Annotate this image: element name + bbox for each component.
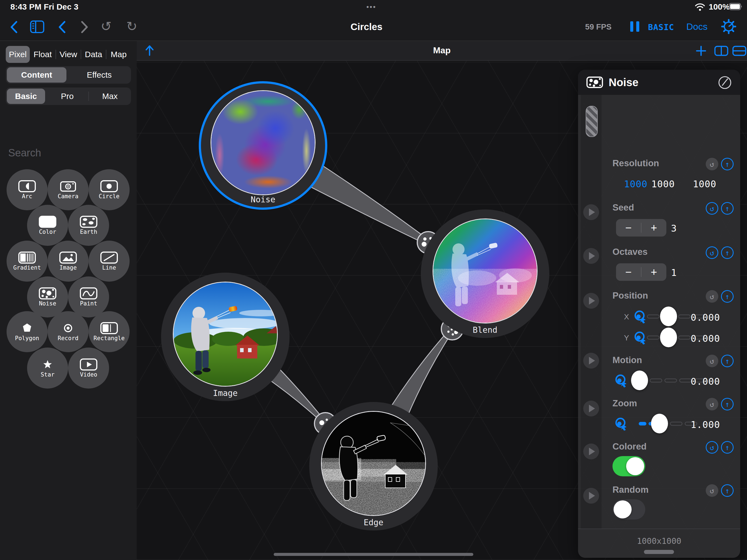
canvas-node-noise[interactable]: Noise (199, 81, 327, 210)
seed-stepper[interactable]: − + (616, 219, 666, 236)
tab-map[interactable]: Map (106, 46, 131, 63)
pause-button[interactable] (630, 21, 639, 32)
sidebar-toggle-icon[interactable] (29, 20, 45, 34)
resolution-value-3[interactable]: 1000 (693, 179, 716, 189)
map-header: Map (137, 41, 747, 61)
seed-revert-icon[interactable]: ↺ (706, 202, 718, 215)
play-zoom-button[interactable] (583, 401, 599, 416)
search-input[interactable]: Search (8, 147, 41, 159)
slider-dash (647, 314, 660, 319)
home-indicator[interactable] (274, 553, 473, 556)
library-node-circle[interactable]: Circle (88, 169, 130, 210)
position-y-label: Y (624, 334, 629, 342)
library-node-video[interactable]: Video (68, 348, 109, 388)
resolution-value-2[interactable]: 1000 (651, 179, 675, 189)
position-label: Position (613, 290, 648, 301)
library-node-polygon[interactable]: Polygon (6, 311, 48, 352)
status-ellipsis[interactable]: ••• (366, 3, 376, 11)
blend-preview (433, 219, 538, 324)
edit-disabled-icon[interactable] (718, 76, 732, 90)
zoom-slider[interactable] (651, 414, 668, 433)
docs-button[interactable]: Docs (686, 21, 707, 32)
motion-slider[interactable] (631, 371, 648, 390)
library-node-star[interactable]: Star (27, 348, 68, 388)
tab-pro[interactable]: Pro (46, 88, 88, 104)
tab-data[interactable]: Data (81, 46, 106, 63)
play-octaves-button[interactable] (583, 248, 599, 264)
line-icon (100, 251, 118, 264)
panel-resize-handle[interactable] (644, 550, 674, 554)
zoom-label: Zoom (613, 398, 637, 408)
canvas-node-image[interactable]: Image (161, 273, 289, 401)
library-node-camera[interactable]: Camera (48, 169, 88, 210)
library-node-rectangle[interactable]: Rectangle (88, 311, 130, 352)
octaves-stepper[interactable]: − + (616, 263, 666, 281)
noise-preview (210, 90, 315, 195)
tab-effects[interactable]: Effects (68, 67, 131, 82)
seed-plus-button[interactable]: + (641, 220, 666, 236)
nav-forward-icon[interactable] (79, 20, 90, 34)
random-toggle[interactable] (613, 499, 645, 519)
colored-toggle[interactable] (613, 456, 645, 476)
seed-publish-icon[interactable]: ↑ (721, 202, 733, 215)
redo-icon[interactable]: ↻ (126, 19, 137, 34)
zoom-value: 1.000 (691, 419, 720, 430)
gradient-icon (18, 251, 36, 264)
play-seed-button[interactable] (583, 204, 599, 220)
position-x-dial-icon[interactable] (633, 309, 649, 325)
library-node-paint[interactable]: Paint (68, 276, 109, 317)
motion-publish-icon[interactable]: ↑ (721, 355, 733, 367)
random-publish-icon[interactable]: ↑ (721, 484, 733, 497)
split-vertical-icon[interactable] (714, 45, 728, 56)
canvas-node-edge[interactable]: Edge (309, 402, 438, 531)
canvas-node-blend[interactable]: Blend (421, 209, 549, 338)
octaves-publish-icon[interactable]: ↑ (721, 246, 733, 259)
position-y-dial-icon[interactable] (633, 330, 649, 346)
resolution-value-1[interactable]: 1000 (624, 179, 647, 189)
library-node-earth[interactable]: Earth (68, 205, 109, 246)
mode-button[interactable]: BASIC (648, 22, 674, 32)
back-chevron-icon[interactable] (9, 20, 20, 34)
play-motion-button[interactable] (583, 353, 599, 368)
colored-publish-icon[interactable]: ↑ (721, 441, 733, 454)
tab-basic[interactable]: Basic (7, 88, 45, 104)
motion-dial-icon[interactable] (614, 373, 629, 388)
tab-float[interactable]: Float (30, 46, 55, 63)
library-node-record[interactable]: Record (48, 311, 88, 352)
add-node-icon[interactable] (695, 45, 707, 57)
inspector-panel: Noise Resolution ↺ ↑ 1000 1000 1000 Seed… (578, 70, 740, 558)
octaves-minus-button[interactable]: − (616, 264, 641, 280)
seed-minus-button[interactable]: − (616, 220, 641, 236)
library-node-arc[interactable]: Arc (6, 169, 48, 210)
nav-back-icon[interactable] (57, 20, 68, 34)
library-node-color[interactable]: Color (27, 205, 68, 246)
tab-content[interactable]: Content (7, 67, 67, 82)
library-node-image[interactable]: Image (48, 240, 88, 282)
position-y-slider[interactable] (660, 328, 677, 347)
slider-dash (679, 378, 692, 383)
undo-icon[interactable]: ↺ (101, 19, 111, 34)
octaves-value: 1 (671, 267, 677, 278)
slider-dash (650, 378, 662, 383)
play-random-button[interactable] (583, 488, 599, 504)
octaves-plus-button[interactable]: + (641, 264, 666, 280)
library-node-line[interactable]: Line (88, 240, 130, 282)
position-x-slider[interactable] (660, 307, 677, 326)
play-colored-button[interactable] (583, 443, 599, 459)
tab-view[interactable]: View (56, 46, 81, 63)
colored-revert-icon[interactable]: ↺ (706, 441, 718, 454)
preview-swatch[interactable] (586, 106, 598, 137)
arc-icon (18, 180, 36, 193)
resolution-publish-icon[interactable]: ↑ (721, 158, 733, 170)
settings-gear-icon[interactable] (721, 19, 737, 34)
tab-max[interactable]: Max (89, 88, 131, 104)
position-publish-icon[interactable]: ↑ (721, 290, 733, 303)
zoom-publish-icon[interactable]: ↑ (721, 398, 733, 410)
play-position-button[interactable] (583, 293, 599, 309)
zoom-dial-icon[interactable] (614, 416, 629, 432)
octaves-revert-icon[interactable]: ↺ (706, 246, 718, 259)
tab-pixel[interactable]: Pixel (6, 46, 30, 63)
library-node-noise[interactable]: Noise (27, 276, 68, 317)
split-horizontal-icon[interactable] (732, 45, 746, 56)
library-node-gradient[interactable]: Gradient (6, 240, 48, 282)
